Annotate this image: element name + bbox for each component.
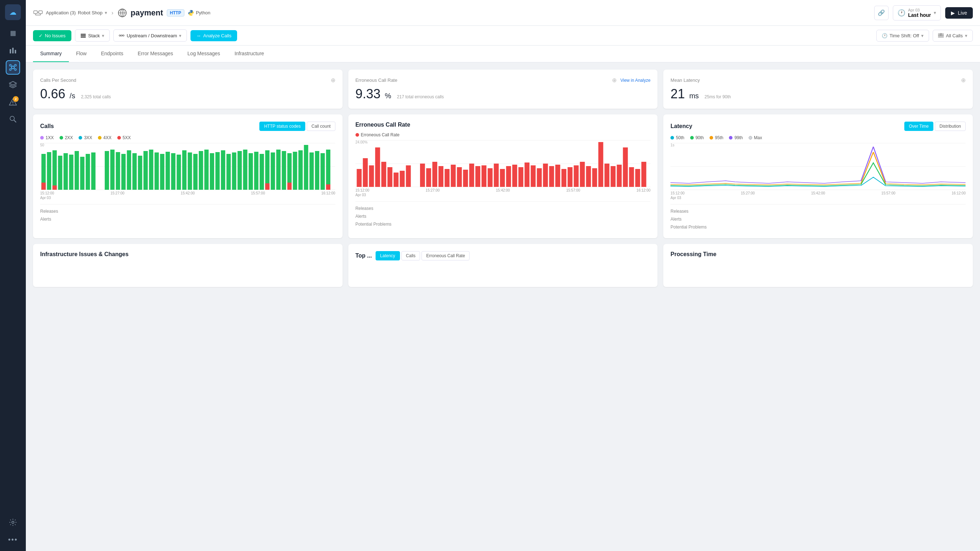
sidebar-item-alerts[interactable]: 2 [6, 95, 20, 109]
upstream-label: Upstream / Downstream [127, 33, 177, 38]
ecr-subtitle: 217 total erroneous calls [397, 94, 444, 99]
sidebar-item-search[interactable] [6, 112, 20, 126]
latency-legend: 50th 90th 95th 99th Max [670, 135, 966, 140]
svg-rect-120 [450, 165, 455, 187]
latency-releases-link[interactable]: Releases [670, 207, 966, 215]
analyze-label: Analyze Calls [203, 33, 231, 38]
live-button[interactable]: ▶ Live [945, 7, 973, 19]
erroneous-chart-title: Erroneous Call Rate [355, 122, 410, 128]
tab-infrastructure[interactable]: Infrastructure [228, 46, 271, 62]
sidebar-item-settings[interactable] [6, 515, 20, 529]
upstream-downstream-button[interactable]: Upstream / Downstream ▾ [113, 29, 187, 41]
tab-flow[interactable]: Flow [69, 46, 94, 62]
erroneous-y-label: 24.00% [355, 140, 368, 144]
http-badge: HTTP [167, 10, 185, 16]
svg-rect-134 [537, 168, 542, 187]
svg-rect-91 [276, 150, 280, 190]
calls-count-tab[interactable]: Call count [307, 122, 335, 131]
legend-50th: 50th [670, 135, 684, 140]
app-name[interactable]: Application (3) Robot Shop ▾ [46, 10, 107, 16]
latency-footer: Releases Alerts Potential Problems [670, 204, 966, 231]
erroneous-alerts-link[interactable]: Alerts [355, 212, 651, 220]
svg-rect-122 [463, 170, 468, 187]
sidebar-item-analytics[interactable] [6, 43, 20, 57]
svg-rect-75 [193, 154, 198, 190]
sidebar-item-more[interactable]: ••• [6, 532, 20, 547]
calls-http-tab[interactable]: HTTP status codes [259, 122, 305, 131]
no-issues-button[interactable]: ✓ No Issues [33, 30, 72, 41]
legend-max: Max [749, 135, 762, 140]
svg-rect-139 [568, 167, 573, 187]
latency-y-label: 1s [670, 143, 675, 147]
ml-title-text: Mean Latency [670, 78, 700, 83]
time-range-label: Last hour [908, 12, 931, 18]
sidebar-item-services[interactable] [6, 60, 20, 75]
svg-rect-99 [315, 151, 319, 190]
svg-rect-129 [506, 166, 511, 187]
calls-chart-tabs: HTTP status codes Call count [259, 122, 335, 131]
svg-rect-74 [188, 153, 192, 190]
calls-alerts-link[interactable]: Alerts [40, 215, 336, 223]
svg-rect-49 [47, 152, 51, 190]
breadcrumb-chevron: › [111, 10, 113, 16]
time-range-selector[interactable]: 🕐 Apr 03 Last hour ▾ [893, 5, 941, 21]
svg-rect-1 [12, 48, 14, 53]
erroneous-problems-link[interactable]: Potential Problems [355, 220, 651, 228]
svg-rect-50 [52, 150, 57, 190]
calls-legend: 1XX 2XX 3XX 4XX 5XX [40, 135, 336, 140]
top-card-header: Top ... Latency Calls Erroneous Call Rat… [355, 251, 651, 260]
latency-problems-link[interactable]: Potential Problems [670, 223, 966, 231]
mean-latency-card: Mean Latency ⊕ 21ms 25ms for 90th [663, 70, 973, 109]
analyze-calls-button[interactable]: ↔ Analyze Calls [191, 30, 237, 41]
cps-subtitle: 2,325 total calls [81, 94, 111, 99]
ml-icon[interactable]: ⊕ [961, 77, 966, 84]
svg-rect-78 [210, 153, 214, 190]
svg-rect-145 [605, 164, 609, 187]
svg-rect-85 [248, 153, 253, 190]
sidebar-logo[interactable]: ☁ [5, 4, 21, 20]
latency-overtime-tab[interactable]: Over Time [904, 122, 933, 131]
ecr-icon[interactable]: ⊕ [612, 77, 617, 84]
calls-chart-title: Calls [40, 123, 54, 129]
latency-x-date: Apr 03 [670, 196, 966, 200]
sidebar-item-dashboard[interactable]: ▦ [6, 26, 20, 40]
erroneous-chart-header: Erroneous Call Rate [355, 122, 651, 128]
cps-icon[interactable]: ⊕ [331, 77, 336, 84]
erroneous-releases-link[interactable]: Releases [355, 204, 651, 212]
top-erroneous-tab[interactable]: Erroneous Call Rate [422, 251, 469, 260]
svg-rect-113 [399, 171, 405, 187]
ecr-unit: % [385, 92, 391, 100]
svg-rect-94 [287, 183, 292, 190]
tab-summary[interactable]: Summary [33, 46, 69, 62]
svg-point-5 [15, 65, 16, 66]
latency-chart-title: Latency [670, 123, 692, 129]
tab-log-messages[interactable]: Log Messages [180, 46, 228, 62]
ml-value: 21ms 25ms for 90th [670, 86, 966, 102]
calls-x-labels: 15:12:00 15:27:00 15:42:00 15:57:00 16:1… [40, 191, 336, 195]
latency-alerts-link[interactable]: Alerts [670, 215, 966, 223]
svg-rect-127 [493, 164, 499, 187]
all-calls-button[interactable]: All Calls ▾ [933, 30, 973, 41]
sidebar-item-layers[interactable] [6, 78, 20, 92]
svg-rect-51 [52, 185, 57, 190]
top-latency-tab[interactable]: Latency [375, 251, 400, 260]
cps-title: Calls Per Second ⊕ [40, 77, 336, 84]
svg-rect-0 [10, 49, 11, 53]
timeshift-button[interactable]: 🕐 Time Shift: Off ▾ [877, 30, 929, 41]
python-badge: Python [188, 10, 210, 16]
infrastructure-card-title: Infrastructure Issues & Changes [40, 251, 336, 258]
stack-button[interactable]: Stack ▾ [75, 29, 110, 41]
tab-endpoints[interactable]: Endpoints [94, 46, 130, 62]
ml-title: Mean Latency ⊕ [670, 77, 966, 84]
alert-badge: 2 [13, 96, 19, 102]
top-calls-tab[interactable]: Calls [401, 251, 420, 260]
latency-distribution-tab[interactable]: Distribution [935, 122, 966, 131]
tab-error-messages[interactable]: Error Messages [130, 46, 180, 62]
svg-rect-141 [580, 162, 585, 187]
svg-rect-140 [574, 166, 579, 187]
view-in-analyze-link[interactable]: View in Analyze [620, 78, 650, 83]
calls-releases-link[interactable]: Releases [40, 207, 336, 215]
svg-rect-48 [41, 183, 46, 190]
link-button[interactable]: 🔗 [874, 6, 889, 20]
legend-4xx: 4XX [98, 135, 111, 140]
